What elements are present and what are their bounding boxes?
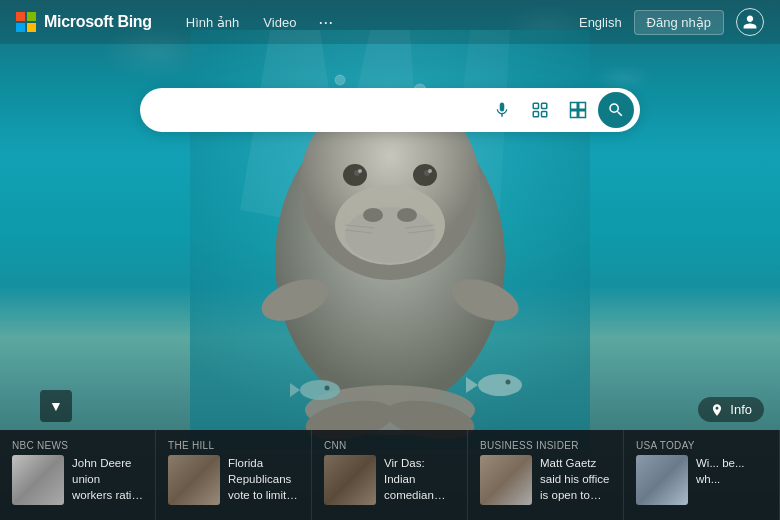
svg-point-34 [335, 75, 345, 85]
svg-rect-38 [542, 112, 547, 117]
news-thumb-hill [168, 455, 220, 505]
news-headline-hill: Florida Republicans vote to limit vaccin… [228, 455, 299, 503]
login-button[interactable]: Đăng nhập [634, 10, 724, 35]
info-label: Info [730, 402, 752, 417]
svg-point-30 [506, 380, 511, 385]
grid-icon [569, 101, 587, 119]
logo-blue [16, 23, 25, 32]
svg-rect-39 [571, 103, 578, 110]
avatar-icon [742, 14, 758, 30]
svg-rect-35 [533, 103, 538, 108]
user-avatar[interactable] [736, 8, 764, 36]
grid-search-button[interactable] [560, 92, 596, 128]
news-card-hill[interactable]: The Hill Florida Republicans vote to lim… [156, 430, 312, 520]
svg-point-12 [345, 207, 435, 263]
nav-images[interactable]: Hình ảnh [176, 11, 250, 34]
svg-point-14 [397, 208, 417, 222]
news-headline-bi: Matt Gaetz said his office is open to hi… [540, 455, 611, 503]
nav-more[interactable]: ··· [310, 10, 341, 35]
svg-point-19 [358, 169, 362, 173]
news-card-nbc[interactable]: NBC News John Deere union workers ratify… [0, 430, 156, 520]
news-source-usa: USA TODAY [636, 440, 767, 451]
svg-point-27 [325, 386, 330, 391]
news-body-usa: Wi... be... wh... [636, 455, 767, 505]
news-card-cnn[interactable]: CNN Vir Das: Indian comedian polarizes n… [312, 430, 468, 520]
logo-red [16, 12, 25, 21]
search-input[interactable] [160, 102, 484, 119]
news-strip: NBC News John Deere union workers ratify… [0, 430, 780, 520]
search-bar [140, 88, 640, 132]
news-source-cnn: CNN [324, 440, 455, 451]
svg-point-28 [478, 374, 522, 396]
navbar: Microsoft Bing Hình ảnh Video ··· Englis… [0, 0, 780, 44]
news-card-bi[interactable]: Business Insider Matt Gaetz said his off… [468, 430, 624, 520]
news-body-bi: Matt Gaetz said his office is open to hi… [480, 455, 611, 505]
scroll-down-button[interactable]: ▼ [40, 390, 72, 422]
microsoft-logo [16, 12, 36, 32]
news-thumb-nbc [12, 455, 64, 505]
svg-rect-36 [542, 103, 547, 108]
news-headline-nbc: John Deere union workers ratify new deal… [72, 455, 143, 503]
info-button[interactable]: Info [698, 397, 764, 422]
language-selector[interactable]: English [579, 15, 622, 30]
svg-point-25 [300, 380, 340, 400]
news-body-cnn: Vir Das: Indian comedian polarizes natio… [324, 455, 455, 505]
logo-green [27, 12, 36, 21]
location-icon [710, 403, 724, 417]
news-source-nbc: NBC News [12, 440, 143, 451]
search-container [140, 88, 640, 132]
news-thumb-bi [480, 455, 532, 505]
news-headline-usa: Wi... be... wh... [696, 455, 767, 487]
news-headline-cnn: Vir Das: Indian comedian polarizes natio… [384, 455, 455, 503]
visual-search-button[interactable] [522, 92, 558, 128]
logo-yellow [27, 23, 36, 32]
chevron-down-icon: ▼ [49, 398, 63, 414]
nav-right: English Đăng nhập [579, 8, 764, 36]
svg-rect-40 [579, 103, 586, 110]
news-source-bi: Business Insider [480, 440, 611, 451]
microphone-button[interactable] [484, 92, 520, 128]
news-body-nbc: John Deere union workers ratify new deal… [12, 455, 143, 505]
news-thumb-usa [636, 455, 688, 505]
svg-rect-41 [571, 111, 578, 118]
svg-point-13 [363, 208, 383, 222]
camera-icon [531, 101, 549, 119]
logo-area[interactable]: Microsoft Bing [16, 12, 152, 32]
svg-rect-42 [579, 111, 586, 118]
news-source-hill: The Hill [168, 440, 299, 451]
nav-links: Hình ảnh Video ··· [176, 10, 342, 35]
news-thumb-cnn [324, 455, 376, 505]
mic-icon [493, 101, 511, 119]
news-card-usa[interactable]: USA TODAY Wi... be... wh... [624, 430, 780, 520]
news-body-hill: Florida Republicans vote to limit vaccin… [168, 455, 299, 505]
nav-video[interactable]: Video [253, 11, 306, 34]
search-icon [607, 101, 625, 119]
search-action-icons [484, 92, 634, 128]
search-button[interactable] [598, 92, 634, 128]
svg-point-20 [428, 169, 432, 173]
svg-rect-37 [533, 112, 538, 117]
brand-name: Microsoft Bing [44, 13, 152, 31]
